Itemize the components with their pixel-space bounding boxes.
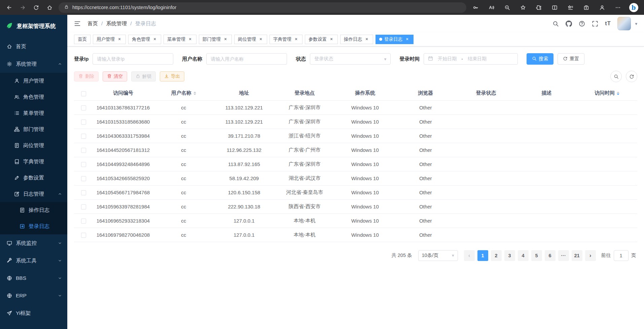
sidebar-item[interactable]: 参数设置	[0, 170, 67, 186]
read-aloud-icon[interactable]	[486, 2, 497, 13]
sidebar-item[interactable]: 日志管理	[0, 186, 67, 202]
sort-asc-caret[interactable]	[193, 92, 196, 93]
status-select[interactable]: 登录状态 ▾	[310, 53, 391, 65]
row-checkbox[interactable]	[81, 134, 86, 139]
toolbar-button[interactable]: 清空	[103, 71, 127, 81]
split-screen-icon[interactable]	[549, 2, 560, 13]
more-icon[interactable]	[612, 2, 623, 13]
row-checkbox[interactable]	[81, 219, 86, 224]
row-checkbox[interactable]	[81, 148, 86, 153]
breadcrumb-item[interactable]: / 首页	[87, 20, 98, 27]
forward-icon[interactable]	[17, 2, 28, 13]
page-button[interactable]: 3	[504, 250, 515, 261]
tab[interactable]: 首页	[74, 35, 91, 44]
collapse-sidebar-icon[interactable]	[74, 20, 81, 27]
page-button[interactable]: 5	[531, 250, 542, 261]
search-icon[interactable]	[552, 21, 559, 27]
date-range-picker[interactable]: 开始日期 - 结束日期	[424, 53, 518, 65]
search-button[interactable]: 搜索	[527, 53, 553, 65]
breadcrumb-item[interactable]: / 登录日志	[127, 20, 156, 27]
tab[interactable]: 角色管理 ×	[128, 35, 161, 44]
row-checkbox[interactable]	[81, 176, 86, 181]
user-name-input[interactable]	[206, 53, 287, 65]
sidebar-item[interactable]: 系统工具	[0, 252, 67, 269]
key-icon[interactable]	[470, 2, 481, 13]
tab-close-icon[interactable]: ×	[187, 37, 193, 42]
sidebar-item[interactable]: 字典管理	[0, 154, 67, 170]
sidebar-item[interactable]: 首页	[0, 38, 67, 55]
sidebar-item[interactable]: Yi框架	[0, 304, 67, 322]
sidebar-item[interactable]: 菜单管理	[0, 105, 67, 121]
sidebar-item[interactable]: ERP	[0, 287, 67, 304]
github-icon[interactable]	[566, 21, 572, 27]
sidebar-item[interactable]: 系统管理	[0, 55, 67, 73]
zoom-out-icon[interactable]	[501, 2, 513, 13]
column-header[interactable]: 操作系统	[335, 86, 395, 100]
row-checkbox[interactable]	[81, 190, 86, 195]
tab[interactable]: 岗位管理 ×	[234, 35, 267, 44]
login-ip-input[interactable]	[93, 53, 173, 65]
select-all-checkbox[interactable]	[81, 91, 86, 96]
column-header[interactable]: 访问编号	[93, 86, 153, 100]
question-icon[interactable]	[579, 21, 585, 27]
tab[interactable]: 参数设置 ×	[305, 35, 338, 44]
next-page-button[interactable]: ›	[585, 250, 596, 261]
sidebar-item[interactable]: 用户管理	[0, 73, 67, 89]
sidebar-item[interactable]: 部门管理	[0, 121, 67, 137]
sidebar-item[interactable]: 系统监控	[0, 234, 67, 252]
page-button[interactable]: 1	[477, 250, 488, 261]
page-button[interactable]: 6	[545, 250, 556, 261]
fullscreen-icon[interactable]	[592, 21, 598, 27]
tab-close-icon[interactable]: ×	[258, 37, 263, 42]
column-header[interactable]: 描述	[516, 86, 577, 100]
tab-close-icon[interactable]: ×	[293, 37, 299, 42]
sort-carets[interactable]	[193, 92, 196, 95]
tab[interactable]: 操作日志 ×	[340, 35, 373, 44]
tab[interactable]: 字典管理 ×	[270, 35, 302, 44]
caret-down-icon[interactable]: ▾	[635, 21, 637, 26]
tab[interactable]: 部门管理 ×	[199, 35, 232, 44]
column-header[interactable]: 地址	[214, 86, 275, 100]
user-avatar[interactable]	[617, 17, 631, 30]
back-icon[interactable]	[3, 2, 15, 13]
profile-icon[interactable]	[596, 2, 608, 13]
home-icon[interactable]	[44, 2, 55, 13]
page-button[interactable]: 4	[518, 250, 529, 261]
tab[interactable]: 用户管理 ×	[93, 35, 126, 44]
sort-asc-caret[interactable]	[617, 92, 619, 93]
column-header[interactable]: 登录状态	[456, 86, 516, 100]
sort-carets[interactable]	[617, 92, 619, 95]
row-checkbox[interactable]	[81, 204, 86, 209]
search-icon[interactable]	[610, 71, 622, 82]
sidebar-item[interactable]: 操作日志	[0, 202, 67, 218]
row-checkbox[interactable]	[81, 162, 86, 167]
tab-close-icon[interactable]: ×	[223, 37, 228, 42]
prev-page-button[interactable]: ‹	[464, 250, 475, 261]
sidebar-item[interactable]: 角色管理	[0, 89, 67, 105]
goto-page-input[interactable]	[614, 250, 629, 261]
font-size-icon[interactable]: tT	[605, 21, 611, 27]
refresh-icon[interactable]	[626, 71, 637, 82]
toolbar-button[interactable]: 删除	[74, 71, 99, 81]
favorite-add-icon[interactable]	[517, 2, 529, 13]
tab-close-icon[interactable]: ×	[404, 37, 410, 42]
tab[interactable]: 登录日志 ×	[375, 35, 414, 44]
tab-close-icon[interactable]: ×	[152, 37, 157, 42]
column-header[interactable]: 访问时间	[577, 86, 637, 100]
toolbar-button[interactable]: 解锁	[131, 71, 156, 81]
reset-button[interactable]: 重置	[558, 53, 584, 65]
page-button[interactable]: ···	[558, 250, 569, 261]
tab[interactable]: 菜单管理 ×	[164, 35, 196, 44]
toolbar-button[interactable]: 导出	[160, 71, 184, 81]
url-bar[interactable]: https://ccnetcore.com:1101/system/log/lo…	[59, 2, 466, 13]
column-header[interactable]: 用户名称	[153, 86, 214, 100]
refresh-icon[interactable]	[30, 2, 42, 13]
column-header[interactable]: 浏览器	[395, 86, 456, 100]
tab-close-icon[interactable]: ×	[329, 37, 334, 42]
app-logo[interactable]: 意框架管理系统	[0, 15, 67, 38]
column-header[interactable]: 登录地点	[274, 86, 335, 100]
collections-icon[interactable]	[580, 2, 592, 13]
tab-close-icon[interactable]: ×	[364, 37, 369, 42]
page-button[interactable]: 21	[572, 250, 582, 261]
sidebar-item[interactable]: 登录日志	[0, 218, 67, 234]
